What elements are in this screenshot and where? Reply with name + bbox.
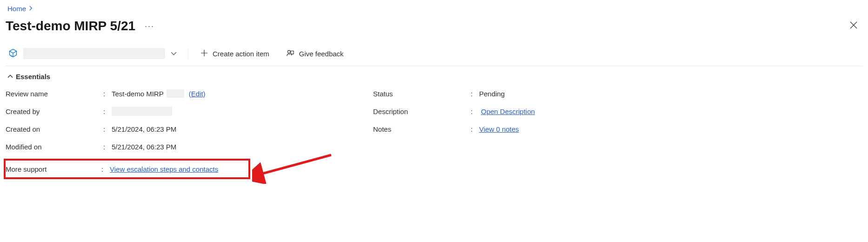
- page-title: Test-demo MIRP 5/21: [6, 19, 135, 34]
- title-row: Test-demo MIRP 5/21 ···: [6, 18, 862, 34]
- create-action-item-button[interactable]: Create action item: [197, 47, 273, 60]
- essentials-panel: Review name : Test-demo MIRP (Edit) Crea…: [6, 88, 862, 179]
- edit-name-link[interactable]: (Edit): [189, 90, 206, 98]
- chevron-up-icon: [7, 74, 13, 80]
- plus-icon: [200, 49, 208, 58]
- review-name-value: Test-demo MIRP: [112, 90, 164, 98]
- created-on-row: Created on : 5/21/2024, 06:23 PM: [6, 123, 373, 134]
- notes-row: Notes : View 0 notes: [373, 123, 535, 134]
- description-row: Description : Open Description: [373, 106, 535, 117]
- description-label: Description: [373, 108, 471, 115]
- status-label: Status: [373, 90, 471, 98]
- more-options-button[interactable]: ···: [145, 21, 154, 31]
- more-support-label: More support: [6, 165, 101, 173]
- view-notes-link[interactable]: View 0 notes: [479, 125, 519, 133]
- svg-point-0: [287, 50, 290, 53]
- modified-on-row: Modified on : 5/21/2024, 06:23 PM: [6, 141, 373, 152]
- close-button[interactable]: [845, 18, 862, 34]
- toolbar-separator: [188, 47, 188, 60]
- more-support-row: More support : View escalation steps and…: [6, 163, 246, 175]
- open-description-link[interactable]: Open Description: [481, 108, 535, 115]
- create-action-label: Create action item: [213, 50, 269, 58]
- dropdown-value: [23, 48, 165, 59]
- resource-dropdown[interactable]: [8, 46, 181, 61]
- chevron-down-icon: [171, 50, 177, 57]
- toolbar: Create action item Give feedback: [6, 46, 862, 66]
- give-feedback-button[interactable]: Give feedback: [282, 47, 347, 60]
- status-value: Pending: [479, 90, 505, 98]
- view-escalation-link[interactable]: View escalation steps and contacts: [110, 165, 218, 173]
- feedback-icon: [286, 49, 294, 59]
- give-feedback-label: Give feedback: [299, 50, 344, 58]
- essentials-heading: Essentials: [16, 73, 50, 81]
- review-name-label: Review name: [6, 90, 103, 98]
- notes-label: Notes: [373, 125, 471, 133]
- redacted-text: [167, 89, 184, 98]
- svg-line-1: [259, 155, 331, 175]
- package-icon: [8, 48, 18, 59]
- annotation-highlight: More support : View escalation steps and…: [4, 159, 250, 179]
- created-by-label: Created by: [6, 108, 103, 115]
- created-by-row: Created by :: [6, 106, 373, 117]
- breadcrumb: Home: [6, 5, 862, 13]
- status-row: Status : Pending: [373, 88, 535, 99]
- modified-on-value: 5/21/2024, 06:23 PM: [112, 143, 176, 151]
- modified-on-label: Modified on: [6, 143, 103, 151]
- chevron-right-icon: [29, 5, 33, 12]
- created-on-value: 5/21/2024, 06:23 PM: [112, 125, 176, 133]
- review-name-row: Review name : Test-demo MIRP (Edit): [6, 88, 373, 99]
- essentials-toggle[interactable]: Essentials: [6, 73, 862, 81]
- created-on-label: Created on: [6, 125, 103, 133]
- redacted-text: [112, 107, 172, 116]
- annotation-arrow-icon: [252, 152, 336, 184]
- breadcrumb-home[interactable]: Home: [7, 5, 26, 13]
